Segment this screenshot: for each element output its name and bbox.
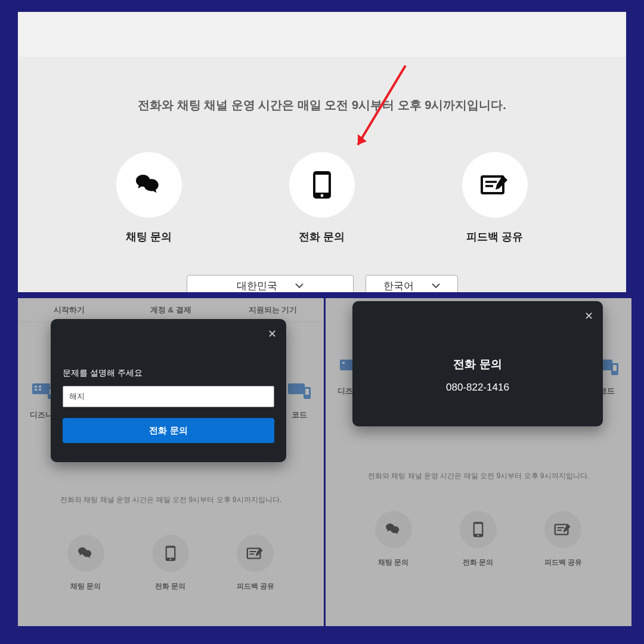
- svg-rect-1: [315, 175, 329, 193]
- chat-inquiry-option[interactable]: 채팅 문의: [116, 152, 182, 244]
- chevron-down-icon: [295, 283, 304, 289]
- describe-issue-modal: ✕ 문제를 설명해 주세요 전화 문의: [51, 319, 286, 462]
- phone-icon: [289, 152, 355, 218]
- country-value: 대한민국: [237, 279, 277, 293]
- svg-point-2: [321, 194, 324, 197]
- phone-label: 전화 문의: [299, 230, 345, 244]
- close-icon[interactable]: ✕: [268, 327, 277, 340]
- operating-hours-text: 전화와 채팅 채널 운영 시간은 매일 오전 9시부터 오후 9시까지입니다.: [18, 97, 626, 113]
- phone-inquiry-option[interactable]: 전화 문의: [289, 152, 355, 244]
- language-select[interactable]: 한국어: [366, 275, 458, 292]
- phone-number: 080-822-1416: [446, 382, 509, 394]
- svg-marker-7: [358, 134, 367, 145]
- chevron-down-icon: [432, 283, 440, 289]
- modal-title: 전화 문의: [453, 357, 501, 372]
- feedback-option[interactable]: 피드백 공유: [462, 152, 528, 244]
- modal-prompt: 문제를 설명해 주세요: [63, 368, 274, 379]
- bottom-left-panel: 시작하기 계정 & 결제 지원되는 기기 디즈니+ 코드 전화와 채팅 채널 운…: [18, 298, 324, 626]
- bottom-right-panel: 디즈니+ 코드 전화와 채팅 채널 운영 시간은 매일 오전 9시부터 오후 9…: [326, 298, 631, 626]
- country-select[interactable]: 대한민국: [187, 275, 354, 292]
- chat-label: 채팅 문의: [126, 230, 172, 244]
- chat-icon: [116, 152, 182, 218]
- feedback-label: 피드백 공유: [466, 230, 523, 244]
- issue-input[interactable]: [63, 386, 274, 407]
- top-panel: 전화와 채팅 채널 운영 시간은 매일 오전 9시부터 오후 9시까지입니다. …: [18, 12, 626, 292]
- language-value: 한국어: [383, 279, 414, 293]
- phone-number-modal: ✕ 전화 문의 080-822-1416: [352, 301, 603, 426]
- top-header-blank: [18, 12, 626, 57]
- close-icon[interactable]: ✕: [584, 309, 593, 323]
- phone-inquiry-submit-button[interactable]: 전화 문의: [63, 418, 274, 443]
- feedback-icon: [462, 152, 528, 218]
